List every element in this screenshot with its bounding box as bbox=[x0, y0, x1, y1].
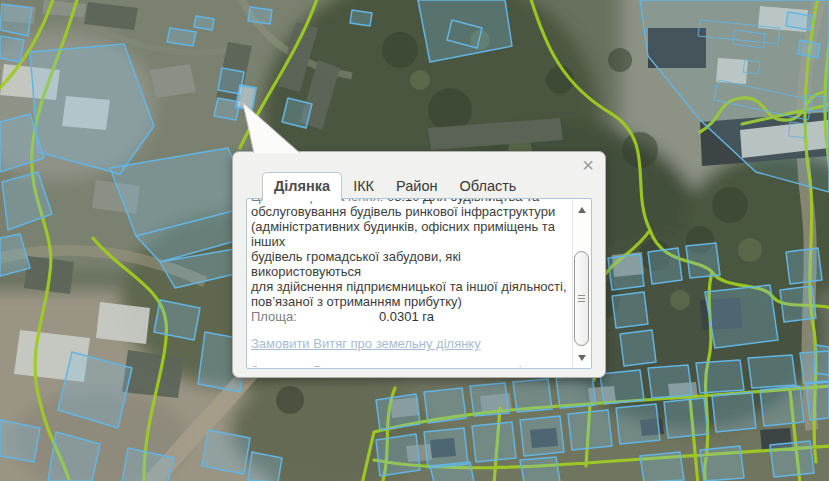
parcel-details-text: Цільове призначення: 03.10 Для будівницт… bbox=[251, 199, 570, 367]
area-row: Площа: 0.0301 га bbox=[251, 309, 570, 324]
area-label: Площа: bbox=[251, 309, 379, 324]
link-order-valuation-extract[interactable]: Замовити Витяг про нормативну грошову оц… bbox=[251, 363, 570, 367]
arrow-down-icon bbox=[578, 355, 586, 361]
tab-rayon[interactable]: Район bbox=[385, 173, 448, 200]
popup-tabs: Ділянка ІКК Район Область bbox=[262, 172, 527, 200]
tab-ikk[interactable]: ІКК bbox=[342, 173, 385, 200]
link-order-parcel-extract[interactable]: Замовити Витяг про земельну ділянку bbox=[251, 336, 570, 351]
selected-parcel[interactable] bbox=[236, 85, 256, 110]
thumb-grip-icon bbox=[578, 295, 585, 304]
scroll-down-button[interactable] bbox=[573, 350, 590, 365]
purpose-value: 03.10 Для будівництва та обслуговування … bbox=[251, 199, 567, 309]
scroll-thumb[interactable] bbox=[574, 251, 589, 346]
tab-oblast[interactable]: Область bbox=[448, 173, 527, 200]
parcel-info-popup: × Ділянка ІКК Район Область Цільове приз… bbox=[232, 151, 606, 378]
purpose-paragraph: Цільове призначення: 03.10 Для будівницт… bbox=[251, 199, 570, 309]
arrow-up-icon bbox=[578, 207, 586, 213]
parcel-links: Замовити Витяг про земельну ділянку Замо… bbox=[251, 336, 570, 367]
scroll-up-button[interactable] bbox=[573, 202, 590, 217]
scrollbar[interactable] bbox=[572, 200, 590, 367]
cadastral-map-app: × Ділянка ІКК Район Область Цільове приз… bbox=[0, 0, 829, 481]
parcel-details-panel: Цільове призначення: 03.10 Для будівницт… bbox=[246, 198, 592, 369]
tab-dilyanka[interactable]: Ділянка bbox=[262, 172, 342, 201]
area-value: 0.0301 га bbox=[379, 309, 434, 324]
close-icon[interactable]: × bbox=[582, 154, 594, 176]
